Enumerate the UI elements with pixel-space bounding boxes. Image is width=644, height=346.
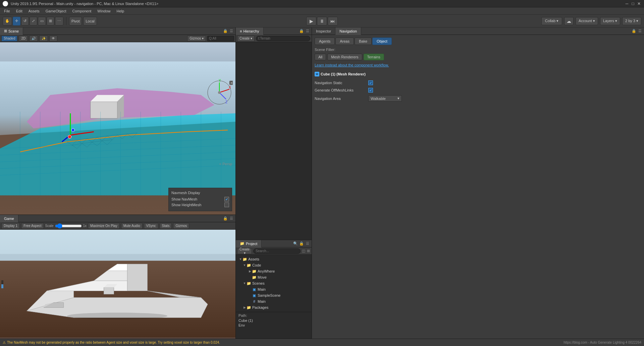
project-menu-btn[interactable]: ☰	[305, 241, 310, 246]
scene-menu-btn[interactable]: ☰	[229, 28, 234, 34]
project-col-btn[interactable]: ◫	[302, 248, 305, 254]
game-lock-btn[interactable]: 🔒	[223, 216, 228, 221]
scale-tool[interactable]: ⤢	[30, 17, 37, 25]
gizmos-btn[interactable]: Gizmos ▾	[187, 36, 206, 42]
hierarchy-search-input[interactable]	[256, 36, 310, 41]
maximize-button[interactable]: □	[631, 1, 635, 6]
project-create-btn[interactable]: Create ▾	[237, 248, 252, 254]
account-dropdown[interactable]: Account ▾	[576, 17, 598, 25]
hand-tool[interactable]: ✋	[3, 17, 12, 25]
scene-search-input[interactable]	[207, 36, 234, 41]
level-bar-1	[1, 280, 3, 281]
show-navmesh-checkbox[interactable]: ✔	[224, 197, 229, 201]
pivot-button[interactable]: Pivot	[69, 17, 82, 25]
tree-anywhere[interactable]: ▶ 📁 AnyWhere	[237, 268, 310, 274]
tab-inspector[interactable]: Inspector	[312, 27, 335, 35]
hierarchy-lock-btn[interactable]: 🔒	[299, 28, 304, 34]
filter-all-btn[interactable]: All	[315, 54, 326, 60]
vsync-btn[interactable]: VSync	[144, 223, 158, 229]
hierarchy-menu-btn[interactable]: ☰	[305, 28, 310, 34]
menu-file[interactable]: File	[1, 8, 13, 14]
collab-button[interactable]: Collab ▾	[541, 17, 562, 25]
project-search-btn[interactable]: 🔍	[293, 241, 298, 246]
aspect-btn[interactable]: Free Aspect	[21, 223, 44, 229]
menu-edit[interactable]: Edit	[13, 8, 25, 14]
audio-btn[interactable]: 🔊	[29, 36, 38, 42]
nav-static-checkbox[interactable]: ✔	[368, 80, 373, 85]
tree-code[interactable]: ▼ 📁 Code	[237, 262, 310, 268]
path-cube[interactable]: Cube (1)	[238, 318, 309, 323]
close-button[interactable]: ✕	[637, 1, 641, 6]
project-lock-btn[interactable]: 🔒	[299, 241, 304, 246]
menu-help[interactable]: Help	[114, 8, 127, 14]
path-env[interactable]: Env	[238, 323, 309, 328]
axis-widget[interactable]: Y X Z ✕	[206, 79, 233, 106]
maximize-on-play-btn[interactable]: Maximize On Play	[88, 223, 120, 229]
tab-scene[interactable]: ⊞ Scene	[0, 27, 23, 35]
project-search-input[interactable]	[253, 248, 301, 254]
2d-mode-btn[interactable]: 2D	[19, 36, 28, 42]
tab-project[interactable]: 📁 Project	[236, 240, 262, 247]
local-button[interactable]: Local	[83, 17, 97, 25]
tab-hierarchy[interactable]: ≡ Hierarchy	[236, 27, 264, 35]
cloud-button[interactable]: ☁	[564, 17, 574, 25]
move-tool[interactable]: ✛	[13, 17, 20, 25]
minimize-button[interactable]: ─	[625, 1, 629, 6]
tab-game[interactable]: Game	[0, 215, 18, 222]
bake-tab[interactable]: Bake	[355, 38, 372, 45]
agents-tab[interactable]: Agents	[315, 38, 335, 45]
menu-gameobject[interactable]: GameObject	[43, 8, 69, 14]
object-tab[interactable]: Object	[372, 38, 392, 45]
game-panel: Game 🔒 ☰ Display 1 Free Aspect Scale 1x …	[0, 215, 235, 339]
play-button[interactable]: ▶	[306, 17, 316, 25]
layout-dropdown[interactable]: 2 by 3 ▾	[622, 17, 641, 25]
display-btn[interactable]: Display 1	[1, 223, 20, 229]
tab-navigation[interactable]: Navigation	[335, 27, 361, 35]
svg-marker-46	[127, 264, 147, 291]
tree-scenes[interactable]: ▼ 📁 Scenes	[237, 280, 310, 286]
tree-packages[interactable]: ▶ 📁 Packages	[237, 304, 310, 310]
tree-move[interactable]: 📁 Move	[237, 274, 310, 280]
inspector-menu-btn[interactable]: ☰	[637, 28, 643, 34]
filter-terrains-btn[interactable]: Terrains	[364, 54, 384, 60]
mute-audio-btn[interactable]: Mute Audio	[121, 223, 143, 229]
inspector-lock-btn[interactable]: 🔒	[631, 28, 637, 34]
game-menu-btn[interactable]: ☰	[229, 216, 234, 221]
rect-tool[interactable]: ▭	[38, 17, 46, 25]
hierarchy-create-btn[interactable]: Create ▾	[237, 36, 255, 42]
scene-lock-btn[interactable]: 🔒	[223, 28, 228, 34]
tree-main-script[interactable]: # Main	[237, 298, 310, 304]
menu-component[interactable]: Component	[69, 8, 94, 14]
filter-mesh-renderers-btn[interactable]: Mesh Renderers	[327, 54, 362, 60]
hidden-objs-btn[interactable]: 👁	[49, 36, 57, 42]
stats-btn[interactable]: Stats	[160, 223, 172, 229]
layers-dropdown[interactable]: Layers ▾	[600, 17, 620, 25]
offmesh-links-checkbox[interactable]: ✔	[368, 88, 373, 93]
pause-button[interactable]: ⏸	[317, 17, 327, 25]
scale-slider[interactable]	[55, 224, 82, 228]
game-viewport[interactable]	[0, 230, 235, 339]
scene-viewport[interactable]: Y X Z ✕ < Persp	[0, 42, 235, 215]
show-heightmesh-checkbox[interactable]	[224, 203, 229, 207]
custom-tool[interactable]: ⋯	[55, 17, 63, 25]
areas-tab[interactable]: Areas	[335, 38, 354, 45]
game-gizmos-btn[interactable]: Gizmos	[173, 223, 189, 229]
tree-sample-scene[interactable]: ▣ SampleScene	[237, 292, 310, 298]
packages-folder-icon: 📁	[247, 305, 251, 310]
tree-main-scene[interactable]: ▣ Main	[237, 286, 310, 292]
main-label-2: Main	[258, 299, 266, 303]
menu-assets[interactable]: Assets	[26, 8, 42, 14]
learn-link[interactable]: Learn instead about the component workfl…	[315, 63, 641, 67]
transform-tool[interactable]: ⊞	[47, 17, 54, 25]
step-button[interactable]: ⏭	[328, 17, 338, 25]
code-folder-icon: 📁	[247, 263, 251, 268]
rotate-tool[interactable]: ↺	[21, 17, 29, 25]
shaded-mode-btn[interactable]: Shaded	[1, 36, 17, 42]
effects-btn[interactable]: ✨	[39, 36, 48, 42]
project-toolbar: Create ▾ ◫ ⊞	[236, 247, 312, 255]
project-expand-btn[interactable]: ⊞	[307, 248, 310, 254]
toolbar: ✋ ✛ ↺ ⤢ ▭ ⊞ ⋯ Pivot Local ▶ ⏸ ⏭ Collab ▾…	[0, 15, 644, 27]
tree-assets[interactable]: ▼ 📁 Assets	[237, 256, 310, 262]
menu-window[interactable]: Window	[95, 8, 113, 14]
nav-area-dropdown[interactable]: Walkable ▾	[368, 95, 402, 102]
